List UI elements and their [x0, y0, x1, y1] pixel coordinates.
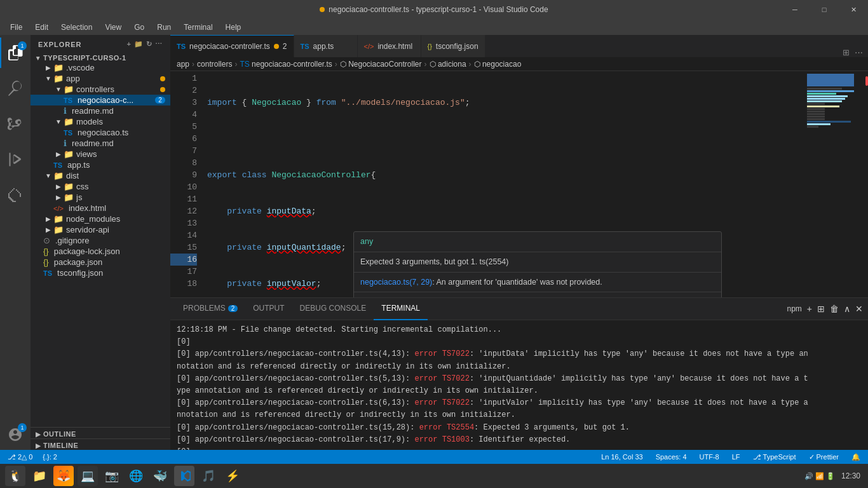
- tree-item-app-ts[interactable]: TS app.ts: [31, 159, 170, 170]
- tree-item-dist[interactable]: ▼ 📁 dist: [31, 170, 170, 181]
- package-json-label: package.json: [54, 257, 170, 267]
- outline-header[interactable]: ▶ OUTLINE: [31, 428, 170, 438]
- tab-app-ts[interactable]: TS app.ts: [294, 35, 358, 57]
- tree-item-vscode[interactable]: ▶ 📁 .vscode: [31, 62, 170, 73]
- tb-app2[interactable]: ⚡: [222, 466, 243, 486]
- dist-arrow: ▼: [43, 172, 53, 179]
- panel-tab-problems[interactable]: PROBLEMS 2: [175, 298, 245, 320]
- new-file-icon[interactable]: +: [127, 40, 132, 48]
- tree-item-dist-index[interactable]: </> index.html: [31, 203, 170, 214]
- tb-start[interactable]: 🐧: [5, 466, 25, 486]
- menu-help[interactable]: Help: [220, 22, 247, 33]
- tb-firefox[interactable]: 🦊: [53, 466, 74, 486]
- menu-file[interactable]: File: [5, 22, 27, 33]
- activity-extensions[interactable]: [0, 180, 31, 210]
- split-editor-icon[interactable]: ⊞: [843, 48, 850, 57]
- tree-item-readme-models[interactable]: ℹ readme.md: [31, 138, 170, 149]
- activity-search[interactable]: [0, 73, 31, 104]
- panel-split-icon[interactable]: ⊞: [817, 304, 825, 314]
- status-language[interactable]: ⎇ TypeScript: [750, 453, 799, 461]
- new-folder-icon[interactable]: 📁: [134, 40, 144, 48]
- tb-chrome[interactable]: 🌐: [126, 466, 146, 486]
- hover-error-1-text: Expected 3 arguments, but got 1. ts(2554…: [360, 257, 508, 266]
- menu-selection[interactable]: Selection: [56, 22, 97, 33]
- menu-edit[interactable]: Edit: [30, 22, 53, 33]
- tree-item-negociacao-ts[interactable]: TS negociacao.ts: [31, 127, 170, 138]
- status-bell[interactable]: 🔔: [849, 453, 863, 461]
- breadcrumb-app[interactable]: app: [177, 60, 189, 69]
- tree-item-package-json[interactable]: {} package.json: [31, 257, 170, 268]
- refresh-icon[interactable]: ↻: [146, 40, 153, 48]
- terminal-content[interactable]: 12:18:18 PM - File change detected. Star…: [170, 320, 868, 450]
- panel-close-icon[interactable]: ✕: [855, 304, 863, 314]
- tree-item-models[interactable]: ▼ 📁 models: [31, 116, 170, 127]
- tb-docker[interactable]: 🐳: [150, 466, 170, 486]
- git-icon: ⎇: [8, 453, 16, 461]
- breadcrumb-file[interactable]: TS negociacao-controller.ts: [240, 60, 332, 69]
- maximize-button[interactable]: □: [810, 0, 839, 19]
- term-line-10: [0] app/controllers/negociacao-controlle…: [177, 434, 862, 446]
- tree-item-app[interactable]: ▼ 📁 app: [31, 73, 170, 84]
- activity-account[interactable]: 1: [0, 419, 31, 450]
- minimize-button[interactable]: ─: [780, 0, 810, 19]
- status-cursor[interactable]: Ln 16, Col 33: [599, 453, 645, 461]
- status-git[interactable]: ⎇ 2△ 0: [5, 453, 35, 461]
- breadcrumb-var[interactable]: ⬡ negociacao: [474, 60, 522, 69]
- tree-item-gitignore[interactable]: ⊙ .gitignore: [31, 235, 170, 246]
- collapse-icon[interactable]: ⋯: [155, 40, 163, 48]
- breadcrumb-class[interactable]: ⬡ NegociacaoController: [340, 60, 422, 69]
- status-encoding[interactable]: UTF-8: [697, 453, 722, 461]
- panel-trash-icon[interactable]: 🗑: [830, 304, 839, 314]
- activity-source-control[interactable]: [0, 109, 31, 139]
- folder-icon: 📁: [53, 171, 64, 180]
- tb-photos[interactable]: 📷: [102, 466, 122, 486]
- tab-json-icon: {}: [428, 43, 432, 50]
- folder-icon: 📁: [53, 225, 64, 234]
- status-eol[interactable]: LF: [729, 453, 743, 461]
- status-prettier[interactable]: ✓ Prettier: [806, 453, 841, 461]
- panel-tab-terminal[interactable]: TERMINAL: [374, 298, 428, 320]
- tb-files[interactable]: 📁: [29, 466, 50, 486]
- tree-item-package-lock[interactable]: {} package-lock.json: [31, 246, 170, 257]
- more-tabs-icon[interactable]: ⋯: [855, 48, 863, 57]
- menu-go[interactable]: Go: [129, 22, 149, 33]
- activity-explorer[interactable]: 1: [0, 37, 31, 68]
- sidebar-header-actions: + 📁 ↻ ⋯: [127, 40, 163, 48]
- close-button[interactable]: ✕: [839, 0, 868, 19]
- tree-root[interactable]: ▼ TYPESCRIPT-CURSO-1: [31, 53, 170, 62]
- tree-item-js[interactable]: ▶ 📁 js: [31, 192, 170, 203]
- tree-item-css[interactable]: ▶ 📁 css: [31, 181, 170, 192]
- tb-terminal[interactable]: 💻: [78, 466, 98, 486]
- statusbar: ⎇ 2△ 0 {.}: 2 Ln 16, Col 33 Spaces: 4 UT…: [0, 450, 868, 464]
- status-spaces[interactable]: Spaces: 4: [653, 453, 689, 461]
- menu-run[interactable]: Run: [152, 22, 176, 33]
- timeline-header[interactable]: ▶ TIMELINE: [31, 439, 170, 450]
- tree-item-controllers[interactable]: ▼ 📁 controllers: [31, 84, 170, 95]
- tree-item-views[interactable]: ▶ 📁 views: [31, 149, 170, 159]
- code-editor[interactable]: 1 2 3 4 5 6 7 8 9 10 11 12 13 14 15 16 1: [170, 71, 868, 297]
- tree-item-node-modules[interactable]: ▶ 📁 node_modules: [31, 214, 170, 224]
- panel-tab-debug[interactable]: DEBUG CONSOLE: [292, 298, 374, 320]
- activity-run[interactable]: [0, 144, 31, 175]
- panel-tab-output[interactable]: OUTPUT: [245, 298, 292, 320]
- tab-tsconfig[interactable]: {} tsconfig.json: [421, 35, 485, 57]
- tree-item-tsconfig[interactable]: TS tsconfig.json: [31, 268, 170, 278]
- term-line-1: 12:18:18 PM - File change detected. Star…: [177, 324, 862, 336]
- status-warnings[interactable]: {.}: 2: [40, 453, 60, 461]
- tree-item-servidor-api[interactable]: ▶ 📁 servidor-api: [31, 224, 170, 235]
- tree-item-negociacao-controller[interactable]: TS negociacao-c... 2: [31, 95, 170, 105]
- tree-item-readme-controllers[interactable]: ℹ readme.md: [31, 105, 170, 116]
- menu-terminal[interactable]: Terminal: [179, 22, 217, 33]
- tab-negociacao-label: negociacao-controller.ts: [189, 42, 270, 51]
- tb-music[interactable]: 🎵: [198, 466, 219, 486]
- breadcrumb-controllers[interactable]: controllers: [197, 60, 232, 69]
- panel-chevron-up-icon[interactable]: ∧: [844, 304, 850, 314]
- tb-vscode[interactable]: [174, 466, 194, 486]
- tab-index-html[interactable]: </> index.html: [358, 35, 421, 57]
- tab-negociacao-controller[interactable]: TS negociacao-controller.ts 2: [170, 35, 294, 57]
- menu-view[interactable]: View: [100, 22, 126, 33]
- panel-add-icon[interactable]: +: [807, 304, 812, 314]
- editor-area: TS negociacao-controller.ts 2 TS app.ts …: [170, 35, 868, 450]
- taskbar-time[interactable]: 12:30: [839, 471, 863, 480]
- breadcrumb-method[interactable]: ⬡ adiciona: [430, 60, 466, 69]
